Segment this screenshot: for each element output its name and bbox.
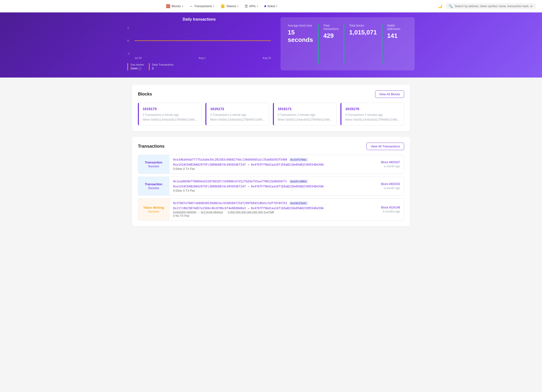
tx-time-0: a month ago [384,165,400,168]
tx-row-1: Transaction Success 0x1ead669bff89694a55… [138,177,404,196]
hero-trackers: Gas tracker Gwei i Daily Transactions 0 [127,63,271,70]
chart-area: 1 0 -1 [127,26,271,55]
stat-label-0: Average block time [288,24,313,27]
daily-tx-tracker: Daily Transactions 0 [149,63,174,70]
info-icon[interactable]: i [138,67,141,70]
tx-arrow-2: → [248,207,251,210]
transactions-list: Transaction Success 0xe3d6a64abf7775a3ab… [138,155,404,221]
theme-toggle[interactable]: 🌙 [438,4,442,8]
block-card-1[interactable]: 1015172 0 Transactions a minute ago Mine… [205,103,269,125]
nav-network-label: Sokol [267,4,275,8]
tx-from-2: 0x21fc0625B74dE7a15D4c46c070bc6f4e0E0840… [173,207,246,210]
tx-block-num-2[interactable]: Block #524148 [381,206,400,209]
tx-status-0: Success [148,165,159,168]
tx-to-0: 0x476fFf9bd1aa16f1E6aB21De05AD2C09554De5… [251,163,323,166]
nav-items: 🧱 Blocks ▾ ↔️ Transactions ▾ 🪙 Tokens ▾ … [6,3,438,10]
stat-item-1: Total transactions429 [318,24,344,64]
chart-y-labels: 1 0 -1 [127,26,130,55]
search-bar[interactable]: 🔍 [445,3,536,9]
nav-transactions[interactable]: ↔️ Transactions ▾ [187,3,217,10]
blocks-section-header: Blocks View All Blocks [138,90,404,98]
blocks-section: Blocks View All Blocks 1015173 0 Transac… [132,85,410,131]
daily-tx-label: Daily Transactions [152,63,174,66]
gas-tracker: Gas tracker Gwei i [127,63,144,70]
nav-apis-label: APIs [249,4,255,8]
stat-value-3: 141 [387,32,403,39]
blocks-title: Blocks [138,92,152,97]
tx-hash-row-2: 0x3f0d7e70857ab0db50539dbb3ec91b0584f25d… [173,202,367,205]
block-miner-0: Miner 0x93411AAbcdc8127f9Af9A21466... [143,118,198,121]
chart-label-0: 0 [127,39,130,42]
block-meta-3: 0 Transactions 2 minutes ago [345,113,400,117]
tx-block-num-1[interactable]: Block #803333 [381,182,400,186]
tx-hash-row-1: 0x1ead669bff89694a552879d10fc550989c67d1… [173,180,367,183]
tx-block-num-0[interactable]: Block #803337 [381,161,400,164]
nav-tokens[interactable]: 🪙 Tokens ▾ [218,3,241,10]
block-number-2: 1015171 [278,107,333,111]
apis-chevron: ▾ [257,5,258,7]
block-miner-2: Miner 0x93411AAbcdc8127f9Af9A21466... [278,118,333,121]
tx-transfer-1: 0xe1418C04B28A62975Fc3DD6b887dc495034Ef2… [173,185,341,188]
tx-type-2: Token Minting [143,206,164,209]
tx-transfer-0: 0xe1418C04B28A62975Fc3DD6b887dc495034Ef2… [173,163,341,166]
nav-tokens-label: Tokens [226,4,236,8]
navigation: 🧱 Blocks ▾ ↔️ Transactions ▾ 🪙 Tokens ▾ … [0,0,542,12]
transactions-chevron: ▾ [213,5,214,7]
tx-hash-main-2[interactable]: 0x3f0d7e70857ab0db50539dbb3ec91b0584f25d… [173,202,287,205]
apis-icon: ☰ [245,4,248,8]
stat-item-2: Total blocks1,015,071 [344,24,382,64]
block-number-1: 1015172 [210,107,265,111]
gas-tracker-label: Gas tracker [130,63,144,66]
tx-hash-main-0[interactable]: 0xe3d6a64abf7775a3abe3dc283383c60b0274dc… [173,158,287,161]
tx-status-2: Success [148,210,159,213]
tokens-chevron: ▾ [237,5,238,7]
chart-line-area [135,26,271,55]
block-miner-3: Miner 0x93411AAbcdc8127f9Af9A21466... [345,118,400,121]
main-content: Blocks View All Blocks 1015173 0 Transac… [127,78,415,239]
stat-value-1: 429 [323,32,339,39]
blocks-grid: 1015173 0 Transactions a minute ago Mine… [138,103,404,125]
tx-hash-short-2: 0x242232d1 [289,202,308,205]
chart-line [135,40,271,41]
tx-hash-row-0: 0xe3d6a64abf7775a3abe3dc283383c60b0274dc… [173,158,367,162]
nav-network[interactable]: Sokol ▾ [262,3,280,9]
chart-label-neg1: -1 [127,52,130,55]
tx-from-0: 0xe1418C04B28A62975Fc3DD6b887dc495034Ef2… [173,163,246,166]
tx-badge-2: Token Minting Success [138,199,169,220]
search-icon: 🔍 [449,4,453,8]
block-meta-1: 0 Transactions a minute ago [210,113,265,117]
tx-details-2: 0x3f0d7e70857ab0db50539dbb3ec91b0584f25d… [169,199,370,220]
blocks-chevron: ▾ [182,5,183,7]
block-card-0[interactable]: 1015173 0 Transactions a minute ago Mine… [138,103,202,125]
nav-apis[interactable]: ☰ APIs ▾ [242,3,260,10]
stat-label-1: Total transactions [323,24,339,31]
tx-hash-short-0: 0x15f570dc [289,158,308,162]
tx-type-1: Transaction [145,182,162,186]
tx-details-1: 0x1ead669bff89694a552879d10fc550989c67d1… [169,177,370,195]
block-card-3[interactable]: 1015170 0 Transactions 2 minutes ago Min… [340,103,404,125]
search-input[interactable] [455,5,533,8]
tx-from-1: 0xe1418C04B28A62975Fc3DD6b887dc495034Ef2… [173,185,246,188]
tx-badge-0: Transaction Success [138,155,169,174]
tx-row-0: Transaction Success 0xe3d6a64abf7775a3ab… [138,155,404,174]
block-card-2[interactable]: 1015171 0 Transactions 2 minutes ago Min… [273,103,337,125]
gas-tracker-value: Gwei i [130,67,144,70]
tx-value-2: 0 No TX Fee [173,214,367,218]
stat-label-2: Total blocks [349,24,377,27]
chart-title: Daily transactions [127,17,271,22]
network-dot [264,5,266,7]
view-all-transactions-button[interactable]: View All Transactions [367,143,404,150]
chart-date-2: Aug 1 [199,56,206,59]
tx-status-1: Success [148,186,159,190]
transactions-section: Transactions View All Transactions Trans… [132,137,410,226]
view-all-blocks-button[interactable]: View All Blocks [375,90,404,98]
block-miner-1: Miner 0x93411AAbcdc8127f9Af9A21466... [210,118,265,121]
tx-time-2: 3 months ago [383,210,400,213]
nav-blocks[interactable]: 🧱 Blocks ▾ [164,3,186,10]
tx-hash-main-1[interactable]: 0x1ead669bff89694a552879d10fc550989c67d1… [173,180,287,183]
blocks-icon: 🧱 [166,4,170,8]
tx-block-info-1: Block #803333 a month ago [370,177,404,195]
tx-details-0: 0xe3d6a64abf7775a3abe3dc283383c60b0274dc… [169,155,370,174]
tx-arrow-1: → [248,185,251,188]
tx-time-1: a month ago [384,186,400,190]
